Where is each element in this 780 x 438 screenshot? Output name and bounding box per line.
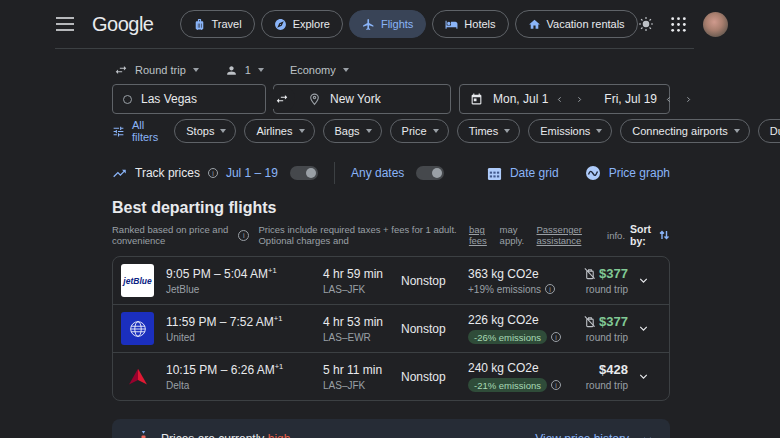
info-icon[interactable] bbox=[208, 168, 218, 178]
trip-options-row: Round trip 1 Economy bbox=[112, 63, 670, 77]
price-note: round trip bbox=[572, 284, 628, 295]
passenger-assistance-link[interactable]: Passenger assistance bbox=[537, 224, 603, 246]
trip-type-selector[interactable]: Round trip bbox=[114, 63, 199, 77]
view-price-history-label: View price history bbox=[535, 432, 629, 438]
depart-prev-day-icon[interactable] bbox=[550, 90, 568, 108]
price-insight-banner: Prices are currently high View price his… bbox=[112, 419, 670, 438]
emissions-badge: -21% emissions bbox=[468, 378, 547, 392]
disclaimer-part-3: info. bbox=[607, 230, 625, 241]
origin-field[interactable]: Las Vegas bbox=[112, 84, 266, 114]
google-logo[interactable]: Google bbox=[92, 13, 154, 36]
date-field: Mon, Jul 1 Fri, Jul 19 bbox=[459, 84, 670, 114]
origin-circle-icon bbox=[123, 95, 132, 104]
return-date-value[interactable]: Fri, Jul 19 bbox=[600, 92, 657, 106]
nav-explore-label: Explore bbox=[293, 18, 330, 30]
chevron-down-icon bbox=[641, 433, 654, 438]
apps-grid-icon[interactable] bbox=[671, 17, 686, 32]
nav-flights[interactable]: Flights bbox=[349, 10, 426, 38]
nav-vacation-rentals-label: Vacation rentals bbox=[547, 18, 625, 30]
filter-chip-duration[interactable]: Duration bbox=[758, 119, 780, 143]
chip-label: Stops bbox=[186, 125, 214, 137]
filter-chip-stops[interactable]: Stops bbox=[174, 119, 236, 143]
return-date-section: Fri, Jul 19 bbox=[600, 90, 697, 108]
nav-vacation-rentals[interactable]: Vacation rentals bbox=[515, 10, 638, 38]
all-filters-label: All filters bbox=[132, 119, 158, 143]
passengers-selector[interactable]: 1 bbox=[225, 64, 264, 77]
view-tools: Date grid Price graph bbox=[487, 165, 670, 181]
date-grid-button[interactable]: Date grid bbox=[487, 166, 559, 181]
filter-chip-connecting-airports[interactable]: Connecting airports bbox=[620, 119, 749, 143]
cabin-class-selector[interactable]: Economy bbox=[290, 64, 349, 76]
results-title: Best departing flights bbox=[112, 199, 670, 217]
price-insight-text: Prices are currently high bbox=[161, 432, 290, 438]
swap-locations-button[interactable] bbox=[269, 86, 295, 112]
nav-hotels[interactable]: Hotels bbox=[432, 10, 508, 38]
flight-row-jetblue[interactable]: jetBlue 9:05 PM – 5:04 AM+1 JetBlue 4 hr… bbox=[113, 257, 669, 305]
sort-by-button[interactable]: Sort by: bbox=[630, 223, 670, 247]
nav-travel[interactable]: Travel bbox=[180, 10, 255, 38]
nav-explore[interactable]: Explore bbox=[261, 10, 343, 38]
menu-icon[interactable] bbox=[56, 17, 74, 31]
filter-chip-price[interactable]: Price bbox=[390, 119, 449, 143]
vertical-divider bbox=[334, 162, 335, 184]
flight-price: $428 bbox=[599, 362, 628, 377]
price-graph-icon bbox=[585, 165, 601, 181]
info-icon[interactable] bbox=[551, 380, 561, 390]
bag-fees-link[interactable]: bag fees bbox=[469, 224, 495, 246]
info-icon[interactable] bbox=[238, 230, 249, 241]
depart-date-value[interactable]: Mon, Jul 1 bbox=[489, 92, 548, 106]
price-level-value: high bbox=[268, 432, 291, 438]
chip-label: Times bbox=[469, 125, 499, 137]
flight-route: LAS–JFK bbox=[323, 380, 401, 391]
chevron-down-icon bbox=[220, 129, 226, 133]
topbar-divider bbox=[55, 48, 694, 49]
return-prev-day-icon[interactable] bbox=[659, 90, 677, 108]
filter-chip-bags[interactable]: Bags bbox=[323, 119, 382, 143]
airline-name: United bbox=[166, 332, 323, 343]
chip-label: Emissions bbox=[540, 125, 590, 137]
track-prices-toggle[interactable] bbox=[290, 166, 318, 180]
price-tracking-row: Track prices Jul 1 – 19 Any dates Date g… bbox=[112, 162, 670, 184]
chevron-down-icon bbox=[504, 129, 510, 133]
product-nav: Travel Explore Flights Hotels bbox=[180, 10, 638, 38]
info-icon[interactable] bbox=[551, 332, 561, 342]
passengers-value: 1 bbox=[245, 64, 251, 76]
track-prices-label: Track prices bbox=[135, 166, 200, 180]
united-logo bbox=[121, 312, 154, 345]
expand-flight-icon[interactable] bbox=[628, 274, 658, 287]
price-graph-button[interactable]: Price graph bbox=[585, 165, 670, 181]
flight-row-united[interactable]: 11:59 PM – 7:52 AM+1 United 4 hr 53 min … bbox=[113, 305, 669, 353]
depart-next-day-icon[interactable] bbox=[570, 90, 588, 108]
filter-chip-emissions[interactable]: Emissions bbox=[528, 119, 612, 143]
dark-mode-icon[interactable] bbox=[638, 16, 654, 32]
flight-co2: 363 kg CO2e bbox=[468, 267, 572, 281]
disclaimer-part-1: Prices include required taxes + fees for… bbox=[258, 224, 463, 246]
view-price-history-button[interactable]: View price history bbox=[535, 432, 654, 438]
track-prices-group: Track prices Jul 1 – 19 bbox=[112, 166, 318, 181]
date-grid-label: Date grid bbox=[510, 166, 559, 180]
info-icon[interactable] bbox=[545, 284, 555, 294]
price-note: round trip bbox=[572, 332, 628, 343]
flight-stops: Nonstop bbox=[401, 322, 468, 336]
profile-avatar[interactable] bbox=[703, 12, 728, 37]
tune-icon bbox=[112, 125, 125, 138]
expand-flight-icon[interactable] bbox=[628, 322, 658, 335]
depart-date-section: Mon, Jul 1 bbox=[489, 90, 588, 108]
any-dates-toggle[interactable] bbox=[416, 166, 444, 180]
flight-row-delta[interactable]: 10:15 PM – 6:26 AM+1 Delta 5 hr 11 min L… bbox=[113, 353, 669, 400]
no-bag-icon bbox=[583, 315, 596, 328]
emissions-badge: -26% emissions bbox=[468, 330, 547, 344]
person-icon bbox=[225, 64, 238, 77]
filter-chip-times[interactable]: Times bbox=[457, 119, 521, 143]
expand-flight-icon[interactable] bbox=[628, 370, 658, 383]
track-date-range[interactable]: Jul 1 – 19 bbox=[226, 166, 278, 180]
destination-field[interactable]: New York bbox=[273, 84, 451, 114]
flight-duration: 5 hr 11 min bbox=[323, 363, 401, 377]
nav-flights-label: Flights bbox=[381, 18, 413, 30]
return-next-day-icon[interactable] bbox=[679, 90, 697, 108]
flight-icon bbox=[362, 18, 375, 31]
flight-route: LAS–EWR bbox=[323, 332, 401, 343]
filter-chip-airlines[interactable]: Airlines bbox=[244, 119, 314, 143]
main-content: Round trip 1 Economy Las Vegas bbox=[112, 63, 670, 438]
all-filters-button[interactable]: All filters bbox=[112, 119, 158, 143]
